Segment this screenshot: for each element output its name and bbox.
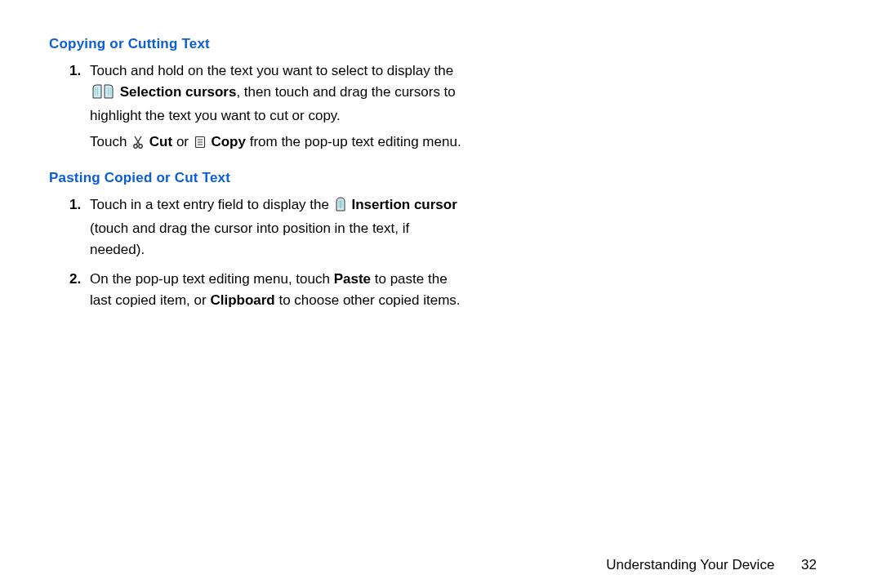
bold: Clipboard bbox=[210, 292, 274, 308]
bold: Cut bbox=[149, 134, 172, 149]
bold: Selection cursors bbox=[120, 84, 237, 100]
paste-steps: Touch in a text entry field to display t… bbox=[49, 194, 466, 311]
footer-label: Understanding Your Device bbox=[606, 557, 774, 572]
svg-point-4 bbox=[134, 145, 137, 148]
paste-step-2: On the pop-up text editing menu, touch P… bbox=[85, 269, 466, 311]
sub-paragraph: Touch Cut or bbox=[90, 131, 466, 155]
bold: Copy bbox=[211, 134, 246, 149]
text: to choose other copied items. bbox=[275, 292, 461, 308]
text: from the pop-up text editing menu. bbox=[246, 134, 461, 149]
text: On the pop-up text editing menu, touch bbox=[90, 271, 334, 287]
insertion-cursor-icon bbox=[335, 197, 346, 218]
bold: Insertion cursor bbox=[351, 197, 457, 212]
heading-pasting: Pasting Copied or Cut Text bbox=[49, 170, 466, 186]
bold: Paste bbox=[334, 271, 371, 287]
heading-copying-cutting: Copying or Cutting Text bbox=[49, 36, 466, 52]
page-footer: Understanding Your Device 32 bbox=[606, 557, 817, 573]
text: Touch in a text entry field to display t… bbox=[90, 197, 333, 212]
copy-icon bbox=[194, 134, 206, 155]
scissors-icon bbox=[132, 134, 144, 155]
copy-cut-step-1: Touch and hold on the text you want to s… bbox=[85, 60, 466, 155]
selection-cursors-icon bbox=[91, 84, 114, 105]
page-number: 32 bbox=[801, 557, 817, 572]
svg-point-5 bbox=[139, 145, 142, 148]
paste-step-1: Touch in a text entry field to display t… bbox=[85, 194, 466, 261]
page-content: Copying or Cutting Text Touch and hold o… bbox=[0, 0, 514, 311]
text: (touch and drag the cursor into position… bbox=[90, 220, 409, 257]
copy-cut-steps: Touch and hold on the text you want to s… bbox=[49, 60, 466, 155]
text: Touch bbox=[90, 134, 131, 149]
text: Touch and hold on the text you want to s… bbox=[90, 63, 453, 78]
text: or bbox=[172, 134, 193, 149]
